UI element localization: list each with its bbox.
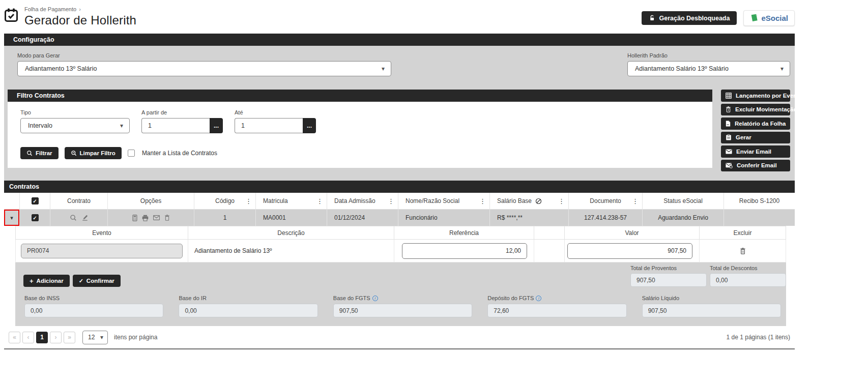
view-contract-icon[interactable] bbox=[70, 214, 77, 221]
visibility-off-icon[interactable] bbox=[535, 198, 542, 204]
events-detail: Evento Descrição Referência Valor Exclui… bbox=[15, 226, 786, 326]
limpar-filtro-button[interactable]: Limpar Filtro bbox=[65, 147, 122, 159]
valor-input[interactable] bbox=[567, 243, 692, 259]
tipo-label: Tipo bbox=[20, 109, 130, 115]
column-menu-icon[interactable]: ⋮ bbox=[244, 197, 253, 205]
cell-recibo-s1200 bbox=[724, 210, 795, 226]
page-size-select[interactable]: 12 ▾ bbox=[82, 331, 108, 344]
pagination-summary: 1 de 1 páginas (1 itens) bbox=[727, 334, 790, 341]
edit-contract-icon[interactable] bbox=[81, 214, 89, 221]
descricao-text: Adiantamento de Salário 13º bbox=[188, 240, 394, 262]
column-salario-base[interactable]: Salário Base ⋮ bbox=[489, 193, 568, 209]
pagination-bar: « ‹ 1 › » 12 ▾ itens por página 1 de 1 p… bbox=[4, 326, 795, 349]
envelope-check-icon bbox=[726, 163, 733, 168]
topbar: Folha de Pagamento› Gerador de Hollerith… bbox=[4, 0, 795, 34]
page-1-button[interactable]: 1 bbox=[36, 332, 48, 343]
total-proventos-value: 907,50 bbox=[630, 273, 707, 287]
column-menu-icon[interactable]: ⋮ bbox=[631, 197, 640, 205]
salario-liquido-value: 907,50 bbox=[642, 304, 781, 317]
gerar-button[interactable]: Gerar bbox=[721, 132, 790, 144]
column-menu-icon[interactable]: ⋮ bbox=[557, 197, 566, 205]
column-menu-icon[interactable]: ⋮ bbox=[387, 197, 395, 205]
email-icon[interactable] bbox=[153, 215, 160, 220]
contracts-header-row: ✓ Contrato Opções Código ⋮ Matricula ⋮ D… bbox=[4, 193, 795, 210]
document-icon bbox=[726, 121, 731, 127]
contracts-section-header: Contratos bbox=[4, 181, 795, 193]
generation-unlocked-button[interactable]: Geração Desbloqueada bbox=[642, 11, 737, 25]
to-input[interactable] bbox=[235, 118, 303, 133]
trash-icon bbox=[726, 106, 731, 112]
hollerith-field: Hollerith Padrão Adiantamento Salário 13… bbox=[627, 52, 790, 76]
salario-liquido-field: Salário Líquido 907,50 bbox=[642, 295, 781, 317]
chevron-down-icon: ▾ bbox=[100, 334, 103, 341]
clear-filter-icon bbox=[71, 150, 77, 156]
filtrar-button[interactable]: Filtrar bbox=[20, 147, 59, 159]
cell-salario-base: R$ ****,** bbox=[489, 210, 568, 226]
info-icon[interactable]: i bbox=[372, 296, 378, 301]
mode-select[interactable]: Adiantamento 13º Salário ▾ bbox=[17, 61, 391, 76]
events-header-row: Evento Descrição Referência Valor Exclui… bbox=[15, 226, 786, 240]
row-checkbox[interactable]: ✓ bbox=[32, 214, 39, 221]
spacer-cell bbox=[534, 240, 565, 262]
column-opcoes[interactable]: Opções bbox=[107, 193, 194, 209]
delete-event-icon[interactable] bbox=[740, 248, 746, 254]
relatorio-da-folha-button[interactable]: Relatório da Folha bbox=[721, 117, 790, 130]
hollerith-select[interactable]: Adiantamento Salário 13º Salário ▾ bbox=[627, 61, 790, 76]
total-proventos-field: Total de Proventos 907,50 bbox=[630, 265, 707, 287]
adicionar-button[interactable]: + Adicionar bbox=[23, 275, 70, 287]
enviar-email-button[interactable]: Enviar Email bbox=[721, 145, 790, 158]
keep-list-checkbox[interactable] bbox=[128, 150, 135, 157]
column-recibo-s1200[interactable]: Recibo S-1200 bbox=[724, 193, 795, 209]
printer-icon[interactable] bbox=[142, 215, 149, 221]
column-excluir: Excluir bbox=[700, 226, 786, 240]
calculator-icon[interactable] bbox=[132, 215, 137, 221]
breadcrumb[interactable]: Folha de Pagamento› bbox=[24, 6, 136, 12]
column-descricao: Descrição bbox=[188, 226, 394, 240]
excluir-movimentacao-button[interactable]: Excluir Movimentação bbox=[721, 104, 790, 116]
info-icon[interactable]: i bbox=[536, 296, 541, 301]
next-page-button[interactable]: › bbox=[50, 332, 62, 343]
column-matricula[interactable]: Matricula ⋮ bbox=[255, 193, 327, 209]
tipo-select[interactable]: Intervalo ▾ bbox=[20, 118, 130, 133]
column-menu-icon[interactable]: ⋮ bbox=[315, 197, 324, 205]
contracts-table: ✓ Contrato Opções Código ⋮ Matricula ⋮ D… bbox=[4, 193, 795, 349]
filter-panel: Filtro Contratos Tipo Intervalo ▾ bbox=[8, 90, 712, 168]
conferir-email-button[interactable]: Conferir Email bbox=[721, 160, 790, 172]
column-data-admissao[interactable]: Data Admissão ⋮ bbox=[327, 193, 398, 209]
envelope-icon bbox=[726, 149, 732, 154]
first-page-button[interactable]: « bbox=[9, 332, 20, 343]
cell-status-esocial: Aguardando Envio bbox=[642, 210, 724, 226]
hollerith-label: Hollerith Padrão bbox=[627, 52, 790, 58]
from-input[interactable] bbox=[141, 118, 210, 133]
chevron-down-icon: ▾ bbox=[780, 65, 784, 72]
to-lookup-button[interactable]: ... bbox=[303, 118, 316, 133]
evento-input[interactable] bbox=[21, 244, 183, 258]
base-ir-value: 0,00 bbox=[179, 304, 317, 317]
column-evento: Evento bbox=[15, 226, 188, 240]
select-all-checkbox[interactable]: ✓ bbox=[32, 197, 39, 204]
prev-page-button[interactable]: ‹ bbox=[22, 332, 34, 343]
expand-column-header bbox=[4, 193, 19, 209]
referencia-input[interactable] bbox=[402, 243, 527, 259]
column-menu-icon[interactable]: ⋮ bbox=[478, 197, 487, 205]
delete-icon[interactable] bbox=[164, 215, 170, 221]
to-field: Até ... bbox=[235, 109, 316, 133]
column-codigo[interactable]: Código ⋮ bbox=[194, 193, 255, 209]
page-title: Gerador de Hollerith bbox=[24, 13, 136, 27]
config-section-header: Configuração bbox=[4, 34, 795, 46]
confirmar-button[interactable]: ✓ Confirmar bbox=[73, 275, 121, 287]
filter-section-header: Filtro Contratos bbox=[8, 90, 712, 102]
column-nome-razao-social[interactable]: Nome/Razão Social ⋮ bbox=[398, 193, 489, 209]
from-lookup-button[interactable]: ... bbox=[210, 118, 223, 133]
column-contrato[interactable]: Contrato bbox=[50, 193, 107, 209]
total-descontos-value: 0,00 bbox=[710, 273, 786, 287]
base-inss-value: 0,00 bbox=[24, 304, 163, 317]
last-page-button[interactable]: » bbox=[64, 332, 75, 343]
esocial-button[interactable]: eSocial bbox=[743, 10, 795, 26]
row-expand-toggle[interactable]: ▾ bbox=[4, 210, 19, 226]
column-documento[interactable]: Documento ⋮ bbox=[568, 193, 642, 209]
from-label: A partir de bbox=[141, 109, 223, 115]
column-status-esocial[interactable]: Status eSocial bbox=[642, 193, 724, 209]
lancamento-por-evento-button[interactable]: Lançamento por Evento bbox=[721, 90, 790, 102]
plus-icon: + bbox=[30, 277, 34, 285]
